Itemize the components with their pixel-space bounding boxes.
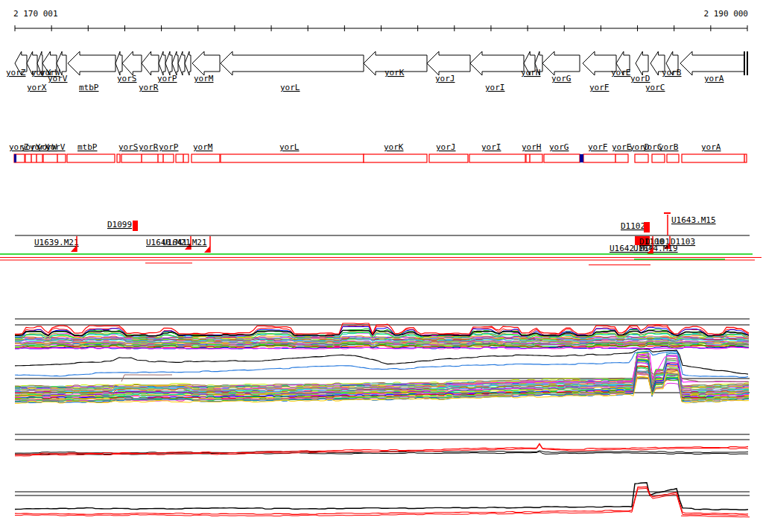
gene-label-yorK[interactable]: yorK [384, 68, 405, 77]
signal-trace [15, 367, 749, 395]
annotation-highlight-navy[interactable] [580, 154, 583, 162]
annotation-box[interactable] [43, 154, 66, 162]
annotation-box[interactable] [652, 154, 665, 162]
annotation-box[interactable] [583, 154, 628, 162]
trace-bottom-red-fan [681, 516, 750, 517]
trace-bottom-red [15, 488, 748, 516]
gene-arrow-yorI[interactable] [470, 51, 524, 75]
gene-label-yorE[interactable]: yorE [611, 68, 631, 77]
gene-arrow-yorD[interactable] [636, 51, 648, 75]
annotation-label-mtbP[interactable]: mtbP [77, 142, 98, 152]
annotation-label-yorI[interactable]: yorI [481, 142, 501, 152]
annotation-label-yorL[interactable]: yorL [279, 142, 300, 152]
marker-label-U1639.M21[interactable]: U1639.M21 [34, 238, 79, 247]
gene-label-yorJ[interactable]: yorJ [435, 74, 455, 83]
gene-arrow-yorJ[interactable] [427, 51, 470, 75]
gene-arrow-yorS[interactable] [122, 51, 142, 75]
genome-browser-window: 2 170 001 2 190 000 yorZyorYyorWyorVyorX… [0, 0, 763, 532]
trace-bottom-red [15, 487, 748, 514]
annotation-box[interactable] [526, 154, 542, 162]
marker-box[interactable] [644, 222, 650, 232]
annotation-box[interactable] [191, 154, 220, 162]
gene-label-yorP[interactable]: yorP [157, 74, 177, 83]
gene-arrow-yorP[interactable] [178, 51, 185, 75]
coverage-track [0, 254, 762, 265]
marker-label-U1643.M15[interactable]: U1643.M15 [671, 215, 716, 225]
marker-label-U1644.M19[interactable]: U1644.M19 [633, 244, 678, 253]
browser-canvas: yorZyorYyorWyorVyorXmtbPyorSyorRyorPyorM… [0, 0, 763, 532]
annotation-label-yorS[interactable]: yorS [118, 142, 139, 152]
annotation-box[interactable] [121, 154, 174, 162]
annotation-label-yorH[interactable]: yorH [522, 142, 542, 152]
annotation-box[interactable] [667, 154, 679, 162]
gene-arrow[interactable] [185, 51, 191, 75]
gene-arrow-yorR[interactable] [142, 51, 159, 75]
gene-arrow[interactable] [115, 51, 122, 75]
annotation-box[interactable] [544, 154, 580, 162]
marker-label-D1099[interactable]: D1099 [107, 220, 132, 229]
gene-label-yorL[interactable]: yorL [280, 83, 300, 92]
gene-arrow[interactable] [172, 51, 178, 75]
gene-label-yorG[interactable]: yorG [551, 74, 572, 83]
marker-box[interactable] [133, 221, 138, 231]
gene-arrow-mtbP[interactable] [68, 51, 115, 75]
annotation-box[interactable] [221, 154, 364, 162]
gene-label-yorI[interactable]: yorI [485, 83, 505, 92]
gene-label-yorB[interactable]: yorB [662, 68, 682, 77]
annotation-label-yorM[interactable]: yorM [193, 142, 213, 152]
gene-label-yorF[interactable]: yorF [589, 83, 610, 92]
annotation-label-yorF[interactable]: yorF [588, 142, 608, 152]
annotation-label-yorR[interactable]: yorR [139, 142, 159, 152]
marker-label-U1641.M21[interactable]: U1641.M21 [162, 238, 207, 247]
gene-label-yorA[interactable]: yorA [704, 74, 724, 83]
gene-arrow-yorM[interactable] [192, 51, 220, 75]
ruler-end-coordinate: 2 190 000 [703, 9, 748, 19]
marker-track: D1099D1102U1643.M15U1639.M21U1640.M21U16… [15, 212, 750, 254]
annotation-label-yorJ[interactable]: yorJ [436, 142, 456, 152]
gene-label-yorH[interactable]: yorH [521, 68, 541, 77]
annotation-label-yorE[interactable]: yorE [612, 142, 632, 152]
gene-label-yorR[interactable]: yorR [139, 83, 159, 92]
annotation-box[interactable] [67, 154, 115, 162]
marker-dash [664, 212, 671, 214]
gene-arrow-yorA[interactable] [680, 51, 744, 75]
annotation-box[interactable] [25, 154, 42, 162]
gene-label-yorS[interactable]: yorS [117, 74, 137, 83]
annotation-box[interactable] [117, 154, 120, 162]
annotation-box[interactable] [682, 154, 747, 162]
annotation-box[interactable] [364, 154, 427, 162]
annotation-box[interactable] [469, 154, 525, 162]
signal-panels [15, 319, 750, 517]
gene-track: yorZyorYyorWyorVyorXmtbPyorSyorRyorPyorM… [6, 51, 748, 92]
annotation-label-yorB[interactable]: yorB [659, 142, 679, 152]
annotation-track: yorZyorYyorXyorWyorVmtbPyorSyorRyorPyorM… [9, 142, 747, 162]
gene-label-mtbP[interactable]: mtbP [79, 83, 99, 92]
gene-arrow[interactable] [159, 51, 165, 75]
gene-label-yorC[interactable]: yorC [645, 83, 665, 92]
annotation-label-yorA[interactable]: yorA [701, 142, 721, 152]
gene-arrow-yorG[interactable] [542, 51, 580, 75]
gene-label-yorV[interactable]: yorV [48, 74, 68, 83]
annotation-mark-blue [14, 154, 16, 162]
annotation-label-yorP[interactable]: yorP [159, 142, 179, 152]
marker-label-D1102[interactable]: D1102 [621, 221, 645, 231]
contig-end-bar [744, 51, 745, 75]
annotation-box[interactable] [635, 154, 648, 162]
annotation-label-yorK[interactable]: yorK [384, 142, 404, 152]
gene-label-yorZ[interactable]: yorZ [6, 68, 26, 77]
gene-arrow[interactable] [165, 51, 172, 75]
annotation-label-yorG[interactable]: yorG [549, 142, 569, 152]
gene-label-yorX[interactable]: yorX [27, 83, 47, 92]
annotation-box[interactable] [429, 154, 468, 162]
signal-trace [15, 353, 749, 387]
annotation-box[interactable] [176, 154, 189, 162]
gene-arrow-yorL[interactable] [221, 51, 364, 75]
ruler-track [15, 25, 747, 31]
gene-label-yorM[interactable]: yorM [194, 74, 214, 83]
annotation-label-yorV[interactable]: yorV [45, 142, 66, 152]
contig-end-bar [747, 51, 748, 75]
ruler-start-coordinate: 2 170 001 [13, 9, 58, 19]
